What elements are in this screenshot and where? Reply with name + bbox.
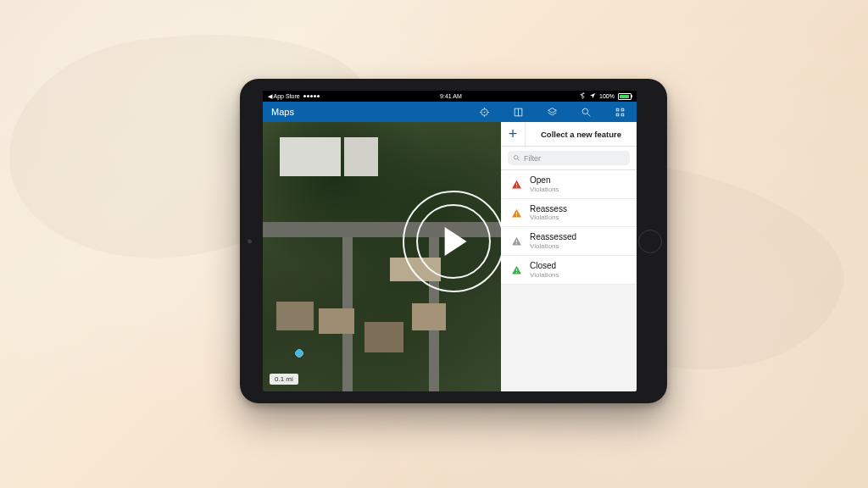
feature-sublabel: Violations: [530, 214, 567, 221]
feature-template-closed[interactable]: ClosedViolations: [501, 256, 637, 285]
svg-rect-13: [515, 243, 516, 244]
search-button[interactable]: [569, 107, 603, 118]
svg-rect-12: [515, 241, 516, 243]
filter-input[interactable]: Filter: [508, 151, 630, 165]
scale-badge: 0.1 mi: [270, 374, 298, 385]
signal-dots-icon: [303, 95, 320, 97]
svg-rect-4: [621, 108, 624, 111]
feature-sublabel: Violations: [530, 271, 559, 279]
app-navbar: Maps: [263, 102, 637, 122]
svg-rect-9: [515, 186, 516, 187]
feature-panel: + Collect a new feature Filter OpenViola…: [501, 122, 637, 391]
feature-sublabel: Violations: [530, 186, 559, 193]
tablet-frame: ◀ App Store 9:41 AM 100% Maps: [240, 79, 667, 403]
svg-rect-10: [515, 212, 516, 214]
layers-button[interactable]: [535, 107, 569, 118]
feature-template-reassess[interactable]: ReassessViolations: [501, 199, 637, 228]
panel-header: + Collect a new feature: [501, 122, 637, 147]
back-to-app[interactable]: ◀ App Store: [268, 93, 300, 100]
svg-rect-14: [515, 269, 516, 271]
status-time: 9:41 AM: [440, 93, 462, 99]
tablet-camera: [248, 239, 252, 243]
locate-button[interactable]: [467, 107, 501, 118]
warning-icon: [509, 235, 523, 248]
bluetooth-icon: [579, 92, 586, 100]
svg-rect-5: [616, 114, 619, 116]
home-button[interactable]: [638, 230, 662, 253]
svg-rect-11: [515, 215, 516, 216]
feature-template-reassessed[interactable]: ReassessedViolations: [501, 227, 637, 256]
feature-label: Reassess: [530, 204, 567, 214]
feature-sublabel: Violations: [530, 242, 576, 250]
battery-percent: 100%: [599, 93, 615, 99]
bookmarks-button[interactable]: [501, 107, 535, 118]
feature-template-open[interactable]: OpenViolations: [501, 170, 637, 199]
svg-rect-15: [515, 272, 516, 273]
svg-point-2: [582, 108, 588, 114]
menu-grid-button[interactable]: [603, 107, 637, 118]
svg-rect-6: [621, 114, 624, 116]
battery-icon: [618, 93, 632, 100]
svg-point-7: [515, 156, 519, 160]
feature-label: Closed: [530, 261, 559, 271]
add-feature-button[interactable]: +: [501, 122, 526, 146]
navbar-title[interactable]: Maps: [263, 107, 303, 117]
svg-rect-8: [515, 183, 516, 186]
back-to-app-label: App Store: [274, 93, 300, 99]
play-button[interactable]: [403, 191, 504, 292]
location-icon: [589, 92, 596, 100]
feature-label: Open: [530, 175, 559, 186]
filter-placeholder: Filter: [524, 154, 541, 163]
search-icon: [513, 154, 520, 162]
feature-list: OpenViolationsReassessViolationsReassess…: [501, 170, 637, 285]
svg-point-1: [483, 111, 485, 113]
warning-icon: [509, 177, 523, 191]
status-bar: ◀ App Store 9:41 AM 100%: [263, 91, 637, 102]
play-triangle-icon: [445, 227, 467, 256]
warning-icon: [509, 263, 523, 276]
feature-label: Reassessed: [530, 232, 576, 242]
filter-row: Filter: [501, 147, 637, 170]
svg-rect-3: [616, 108, 619, 111]
warning-icon: [509, 206, 523, 219]
panel-title: Collect a new feature: [526, 124, 637, 145]
